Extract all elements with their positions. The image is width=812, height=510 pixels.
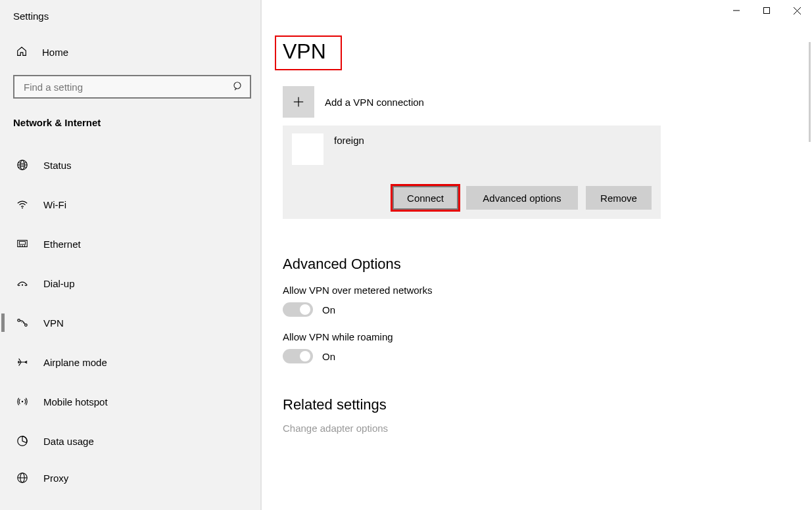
add-vpn-row[interactable]: Add a VPN connection [283,86,812,118]
metered-toggle[interactable] [283,302,313,317]
plus-icon [283,86,314,118]
vpn-item-icon [292,133,323,165]
roaming-toggle[interactable] [283,349,313,363]
add-vpn-label: Add a VPN connection [325,97,424,108]
nav-item-proxy[interactable]: Proxy [0,461,262,495]
metered-label: Allow VPN over metered networks [283,285,812,296]
hotspot-icon [16,396,29,407]
search-icon [233,81,243,93]
svg-point-19 [23,323,24,323]
vpn-item-name: foreign [334,133,364,146]
advanced-options-heading: Advanced Options [283,256,812,273]
nav-label: Mobile hotspot [43,396,108,407]
roaming-label: Allow VPN while roaming [283,331,812,342]
nav-item-vpn[interactable]: VPN [0,303,262,342]
nav-label: Proxy [43,473,68,484]
page-title: VPN [275,35,342,70]
main-content: VPN Add a VPN connection foreign Connect… [262,0,812,510]
titlebar [0,0,812,21]
sidebar-section-label: Network & Internet [0,103,262,137]
vpn-item-card: foreign Connect Advanced options Remove [283,126,661,219]
wifi-icon [16,198,29,210]
svg-point-9 [22,208,23,209]
search-input-wrap[interactable] [13,75,251,99]
advanced-options-button[interactable]: Advanced options [466,186,578,210]
nav-home-label: Home [42,47,68,58]
svg-point-15 [22,285,23,286]
svg-point-4 [234,82,241,89]
nav-home[interactable]: Home [0,37,262,67]
svg-point-16 [18,319,20,322]
scrollbar[interactable] [809,42,811,142]
minimize-button[interactable] [721,0,752,21]
nav-item-airplane[interactable]: Airplane mode [0,342,262,382]
nav-label: Dial-up [43,278,75,289]
change-adapter-options-link[interactable]: Change adapter options [283,423,812,434]
nav-label: Airplane mode [43,357,107,368]
nav-label: Data usage [43,436,94,447]
nav-label: Ethernet [43,239,81,250]
nav-item-status[interactable]: Status [0,145,262,185]
nav-item-ethernet[interactable]: Ethernet [0,224,262,264]
home-icon [16,45,28,59]
dialup-icon [16,277,29,289]
nav-item-wifi[interactable]: Wi-Fi [0,185,262,224]
metered-state: On [322,304,335,315]
roaming-state: On [322,351,335,362]
maximize-button[interactable] [752,0,782,21]
nav-item-hotspot[interactable]: Mobile hotspot [0,382,262,421]
sidebar: Settings Home Network & Internet Status [0,0,262,510]
svg-rect-14 [20,241,26,244]
svg-point-18 [21,321,22,322]
vpn-icon [16,317,29,329]
svg-rect-1 [764,8,770,14]
related-heading: Related settings [283,396,812,413]
globe-icon [16,159,29,171]
datausage-icon [16,435,29,447]
nav-item-datausage[interactable]: Data usage [0,421,262,461]
nav-label: VPN [43,317,64,329]
connect-button[interactable]: Connect [393,186,458,210]
nav-label: Status [43,160,72,171]
search-input[interactable] [22,81,233,93]
remove-button[interactable]: Remove [586,186,652,210]
nav-item-dialup[interactable]: Dial-up [0,264,262,303]
airplane-icon [16,356,29,368]
proxy-icon [16,472,29,484]
svg-point-20 [22,401,23,402]
ethernet-icon [16,238,29,250]
close-button[interactable] [782,0,812,21]
svg-point-17 [25,324,28,327]
nav-label: Wi-Fi [43,199,66,210]
